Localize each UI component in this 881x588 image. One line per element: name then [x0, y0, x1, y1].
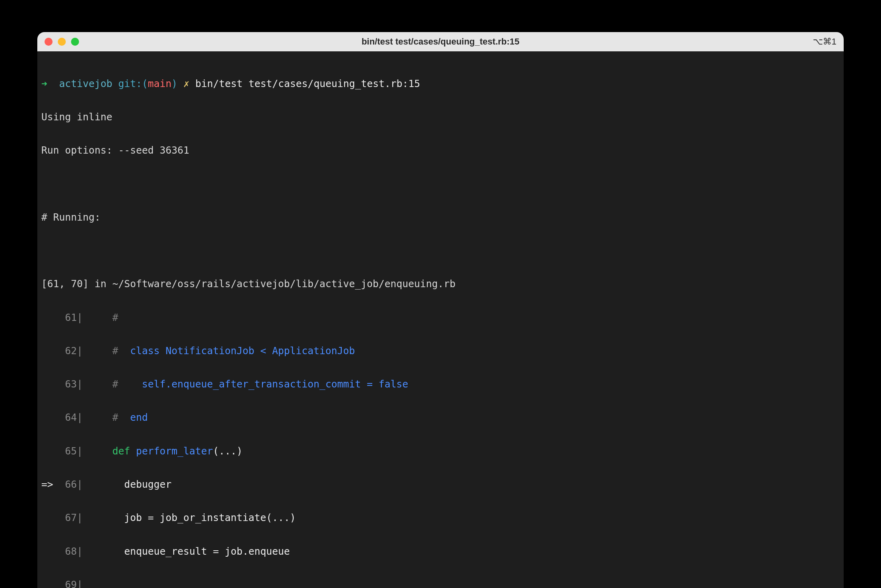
prompt-arrow-icon: ➜	[41, 78, 47, 89]
prompt-line: ➜ activejob git:(main) ✗ bin/test test/c…	[41, 75, 840, 92]
output-running-header: # Running:	[41, 209, 840, 226]
output-using: Using inline	[41, 109, 840, 126]
src-line-62: 62| # class NotificationJob < Applicatio…	[41, 343, 840, 359]
src-line-61: 61| #	[41, 309, 840, 326]
src-line-63: 63| # self.enqueue_after_transaction_com…	[41, 376, 840, 393]
window-title: bin/test test/cases/queuing_test.rb:15	[37, 36, 844, 47]
minimize-icon[interactable]	[58, 38, 66, 46]
prompt-branch: main	[148, 78, 172, 89]
src-line-67: 67| job = job_or_instantiate(...)	[41, 509, 840, 526]
output-file-range: [61, 70] in ~/Software/oss/rails/activej…	[41, 276, 840, 292]
terminal-body[interactable]: ➜ activejob git:(main) ✗ bin/test test/c…	[37, 51, 844, 588]
maximize-icon[interactable]	[71, 38, 79, 46]
titlebar: bin/test test/cases/queuing_test.rb:15 ⌥…	[37, 32, 844, 51]
src-line-65: 65| def perform_later(...)	[41, 443, 840, 460]
src-line-69: 69|	[41, 576, 840, 588]
prompt-git-label: git:	[118, 78, 142, 89]
traffic-lights	[45, 38, 79, 46]
src-line-66: => 66| debugger	[41, 476, 840, 493]
output-run-options: Run options: --seed 36361	[41, 142, 840, 159]
terminal-window: bin/test test/cases/queuing_test.rb:15 ⌥…	[37, 32, 844, 588]
window-shortcut: ⌥⌘1	[813, 36, 836, 47]
close-icon[interactable]	[45, 38, 53, 46]
prompt-command: bin/test test/cases/queuing_test.rb:15	[195, 78, 420, 89]
prompt-dirty-icon: ✗	[183, 78, 189, 89]
src-line-68: 68| enqueue_result = job.enqueue	[41, 543, 840, 560]
src-line-64: 64| # end	[41, 409, 840, 426]
prompt-dir: activejob	[59, 78, 112, 89]
